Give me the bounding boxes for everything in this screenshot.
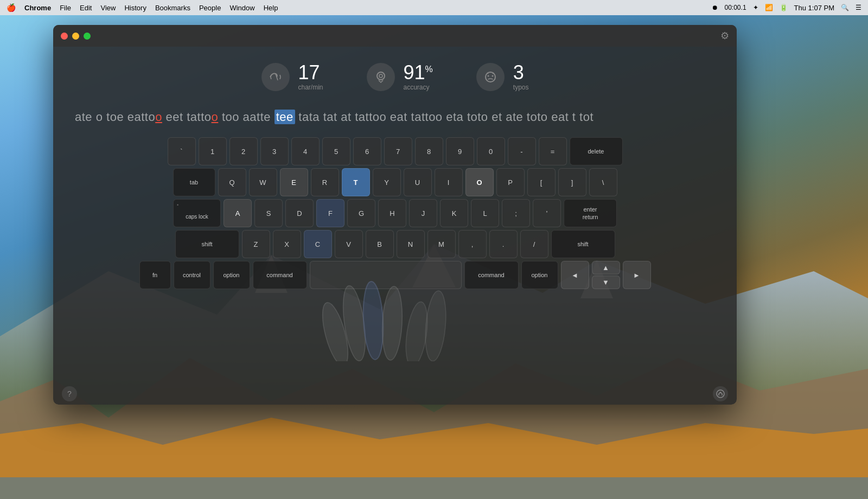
key-h[interactable]: H bbox=[378, 199, 406, 227]
settings-button[interactable]: ⚙ bbox=[720, 30, 729, 42]
key-quote[interactable]: ' bbox=[533, 199, 561, 227]
key-9[interactable]: 9 bbox=[446, 137, 474, 165]
key-1[interactable]: 1 bbox=[199, 137, 227, 165]
edit-menu[interactable]: Edit bbox=[80, 4, 92, 12]
key-comma[interactable]: , bbox=[458, 230, 487, 258]
key-enter[interactable]: enter return bbox=[564, 199, 617, 227]
key-3[interactable]: 3 bbox=[260, 137, 289, 165]
key-shift-left[interactable]: shift bbox=[175, 230, 239, 258]
maximize-button[interactable] bbox=[84, 33, 91, 40]
typos-label: typos bbox=[513, 84, 529, 91]
key-i[interactable]: I bbox=[435, 168, 463, 196]
key-z[interactable]: Z bbox=[242, 230, 270, 258]
svg-point-19 bbox=[403, 300, 431, 361]
key-y[interactable]: Y bbox=[373, 168, 401, 196]
svg-point-9 bbox=[379, 74, 382, 78]
typos-value: 3 bbox=[513, 63, 529, 82]
help-button[interactable]: ? bbox=[62, 386, 77, 401]
menubar: 🍎 Chrome File Edit View History Bookmark… bbox=[0, 0, 868, 15]
key-slash[interactable]: / bbox=[520, 230, 548, 258]
recording-time: 00:00.1 bbox=[725, 4, 746, 11]
menu-icon[interactable]: ☰ bbox=[856, 4, 861, 11]
key-5[interactable]: 5 bbox=[322, 137, 350, 165]
accuracy-icon bbox=[367, 63, 395, 91]
key-rbracket[interactable]: ] bbox=[558, 168, 586, 196]
typed-text-3: too aatte bbox=[218, 110, 274, 124]
key-x[interactable]: X bbox=[273, 230, 301, 258]
key-capslock[interactable]: • caps lock bbox=[173, 199, 221, 227]
key-semicolon[interactable]: ; bbox=[502, 199, 530, 227]
history-menu[interactable]: History bbox=[124, 4, 146, 12]
svg-point-11 bbox=[487, 75, 489, 77]
key-6[interactable]: 6 bbox=[353, 137, 381, 165]
key-w[interactable]: W bbox=[249, 168, 277, 196]
app-name-menu[interactable]: Chrome bbox=[24, 4, 51, 12]
apple-menu[interactable]: 🍎 bbox=[7, 3, 16, 12]
upcoming-text: tata tat at tattoo eat tattoo eta toto e… bbox=[295, 110, 593, 124]
key-2[interactable]: 2 bbox=[229, 137, 258, 165]
key-a[interactable]: A bbox=[224, 199, 252, 227]
key-r[interactable]: R bbox=[311, 168, 339, 196]
key-arrow-right[interactable]: ► bbox=[623, 261, 651, 289]
key-b[interactable]: B bbox=[366, 230, 394, 258]
key-delete[interactable]: delete bbox=[570, 137, 623, 165]
key-s[interactable]: S bbox=[254, 199, 283, 227]
key-l[interactable]: L bbox=[471, 199, 499, 227]
key-p[interactable]: P bbox=[496, 168, 525, 196]
view-menu[interactable]: View bbox=[100, 4, 116, 12]
file-menu[interactable]: File bbox=[60, 4, 71, 12]
keyboard-container: ` 1 2 3 4 5 6 7 8 9 0 - = delete tab Q W… bbox=[53, 137, 737, 303]
key-m[interactable]: M bbox=[427, 230, 456, 258]
key-0[interactable]: 0 bbox=[477, 137, 505, 165]
key-period[interactable]: . bbox=[489, 230, 518, 258]
key-space[interactable] bbox=[310, 261, 462, 289]
key-g[interactable]: G bbox=[347, 199, 375, 227]
svg-point-15 bbox=[317, 300, 353, 361]
key-lbracket[interactable]: [ bbox=[527, 168, 556, 196]
people-menu[interactable]: People bbox=[199, 4, 221, 12]
key-arrow-left[interactable]: ◄ bbox=[561, 261, 589, 289]
window-menu[interactable]: Window bbox=[229, 4, 254, 12]
key-k[interactable]: K bbox=[440, 199, 468, 227]
key-arrow-down[interactable]: ▼ bbox=[592, 276, 620, 289]
key-equals[interactable]: = bbox=[539, 137, 567, 165]
key-t[interactable]: T bbox=[342, 168, 370, 196]
key-4[interactable]: 4 bbox=[291, 137, 320, 165]
key-option-right[interactable]: option bbox=[521, 261, 558, 289]
key-shift-right[interactable]: shift bbox=[551, 230, 615, 258]
bookmarks-menu[interactable]: Bookmarks bbox=[155, 4, 190, 12]
key-tab[interactable]: tab bbox=[173, 168, 215, 196]
key-f[interactable]: F bbox=[316, 199, 344, 227]
key-row-1: ` 1 2 3 4 5 6 7 8 9 0 - = delete bbox=[69, 137, 720, 165]
key-v[interactable]: V bbox=[335, 230, 363, 258]
svg-point-10 bbox=[486, 72, 495, 82]
key-option-left[interactable]: option bbox=[213, 261, 250, 289]
key-backslash[interactable]: \ bbox=[589, 168, 617, 196]
minimize-button[interactable] bbox=[72, 33, 79, 40]
key-command-left[interactable]: command bbox=[253, 261, 307, 289]
key-control[interactable]: control bbox=[174, 261, 210, 289]
battery-icon: 🔋 bbox=[780, 4, 788, 11]
key-c[interactable]: C bbox=[304, 230, 332, 258]
key-n[interactable]: N bbox=[397, 230, 425, 258]
key-e[interactable]: E bbox=[280, 168, 308, 196]
network-icon: ✦ bbox=[753, 4, 758, 11]
key-fn[interactable]: fn bbox=[139, 261, 171, 289]
key-command-right[interactable]: command bbox=[464, 261, 519, 289]
help-menu[interactable]: Help bbox=[264, 4, 278, 12]
key-arrow-up[interactable]: ▲ bbox=[592, 261, 620, 274]
key-u[interactable]: U bbox=[404, 168, 432, 196]
key-backtick[interactable]: ` bbox=[168, 137, 196, 165]
key-j[interactable]: J bbox=[409, 199, 437, 227]
close-button[interactable] bbox=[61, 33, 68, 40]
key-minus[interactable]: - bbox=[508, 137, 536, 165]
key-7[interactable]: 7 bbox=[384, 137, 412, 165]
key-8[interactable]: 8 bbox=[415, 137, 443, 165]
key-o[interactable]: O bbox=[465, 168, 494, 196]
stats-button[interactable] bbox=[713, 386, 728, 401]
search-icon[interactable]: 🔍 bbox=[841, 4, 849, 11]
key-q[interactable]: Q bbox=[218, 168, 246, 196]
key-d[interactable]: D bbox=[285, 199, 314, 227]
key-row-3: • caps lock A S D F G H J K L ; ' enter … bbox=[69, 199, 720, 227]
speed-text: 17 char/min bbox=[298, 63, 323, 91]
